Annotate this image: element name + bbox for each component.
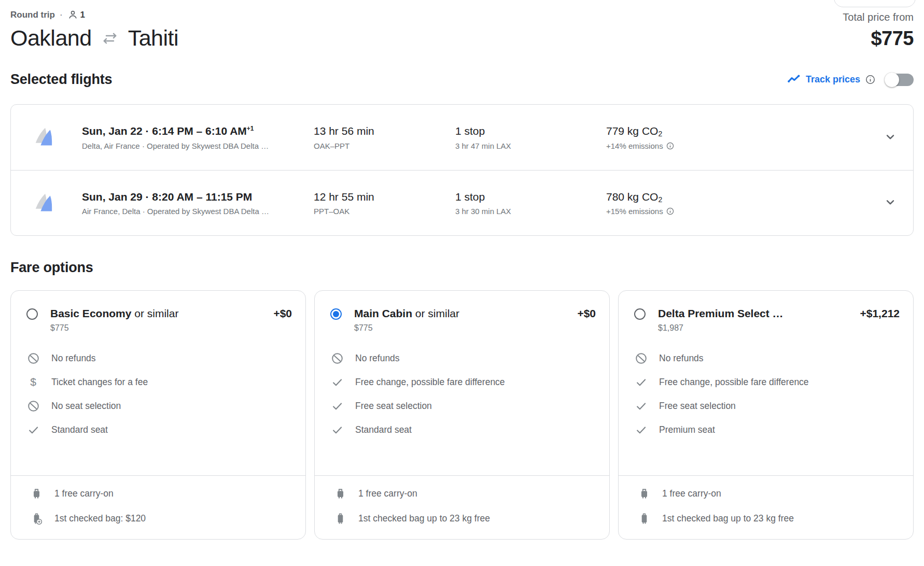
flight-emissions: +14% emissions: [606, 142, 782, 150]
fare-feature-list: No refunds Free change, possible fare di…: [619, 351, 913, 436]
fare-baggage-text: 1st checked bag: $120: [54, 513, 146, 524]
fare-feature-text: No seat selection: [51, 401, 121, 412]
flight-main-info: Sun, Jan 29 · 8:20 AM – 11:15 PM Air Fra…: [82, 190, 314, 216]
destination-city: Tahiti: [128, 25, 178, 51]
fare-feature-row: No refunds: [26, 351, 293, 365]
trip-meta: Round trip · 1: [10, 9, 178, 20]
track-prices-info-icon[interactable]: [865, 75, 875, 84]
check-icon: [634, 399, 648, 413]
flight-row[interactable]: Sun, Jan 22 · 6:14 PM – 6:10 AM+1 Delta,…: [11, 105, 913, 170]
total-price-label: Total price from: [843, 11, 914, 23]
not-allowed-icon: [330, 351, 344, 365]
fare-price-delta: +$1,212: [860, 307, 900, 320]
check-icon: [634, 375, 648, 389]
fare-name-block: Basic Economy or similar $775: [50, 307, 267, 333]
fare-feature-row: Free seat selection: [634, 399, 901, 413]
fare-baggage-row: 1st checked bag up to 23 kg free: [333, 511, 597, 526]
flight-date-times: Sun, Jan 22 · 6:14 PM – 6:10 AM+1: [82, 124, 314, 137]
passenger-group: 1: [67, 9, 85, 20]
expand-flight-button[interactable]: [879, 191, 901, 215]
person-icon: [67, 9, 78, 20]
fare-card[interactable]: Basic Economy or similar $775 +$0 No ref…: [10, 290, 306, 540]
fare-feature-text: No refunds: [51, 353, 96, 364]
check-icon: [330, 423, 344, 436]
track-prices-toggle[interactable]: [885, 73, 914, 87]
fare-feature-text: Ticket changes for a fee: [51, 377, 148, 388]
fare-feature-row: No refunds: [634, 351, 901, 365]
flight-route: OAK–PPT: [314, 142, 455, 150]
fare-feature-text: Free change, possible fare difference: [355, 377, 505, 388]
fare-baggage-row: 1st checked bag: $120: [30, 511, 293, 526]
fare-feature-row: Standard seat: [26, 423, 293, 436]
origin-city: Oakland: [10, 25, 92, 51]
fare-options-grid: Basic Economy or similar $775 +$0 No ref…: [10, 290, 914, 540]
fare-feature-row: Standard seat: [330, 423, 597, 436]
fare-feature-row: Premium seat: [634, 423, 901, 436]
fare-feature-text: Free change, possible fare difference: [659, 377, 809, 388]
trip-type-label: Round trip: [10, 10, 55, 20]
fare-card-header[interactable]: Main Cabin or similar $775 +$0: [315, 291, 609, 333]
fare-baggage-list: 1 free carry-on 1st checked bag up to 23…: [315, 476, 609, 539]
fare-feature-row: Free seat selection: [330, 399, 597, 413]
flight-stops-col: 1 stop 3 hr 30 min LAX: [455, 190, 606, 216]
flight-layover: 3 hr 47 min LAX: [455, 142, 606, 150]
fare-feature-row: No seat selection: [26, 399, 293, 413]
fare-feature-text: Free seat selection: [355, 401, 432, 412]
cutoff-pill-button[interactable]: [834, 0, 916, 7]
flight-duration: 12 hr 55 min: [314, 190, 455, 203]
fare-card-header[interactable]: Delta Premium Select … $1,987 +$1,212: [619, 291, 913, 333]
fare-baggage-text: 1 free carry-on: [358, 488, 417, 499]
fare-feature-list: No refunds Free change, possible fare di…: [315, 351, 609, 436]
check-icon: [330, 375, 344, 389]
fare-price: $1,987: [658, 323, 854, 333]
fare-feature-text: Standard seat: [355, 425, 412, 435]
fare-feature-text: No refunds: [659, 353, 704, 364]
expand-flight-button[interactable]: [879, 126, 901, 149]
not-allowed-icon: [634, 351, 648, 365]
flight-duration-col: 12 hr 55 min PPT–OAK: [314, 190, 455, 216]
flight-duration: 13 hr 56 min: [314, 124, 455, 137]
flight-row[interactable]: Sun, Jan 29 · 8:20 AM – 11:15 PM Air Fra…: [11, 170, 913, 235]
fare-baggage-text: 1st checked bag up to 23 kg free: [662, 513, 794, 524]
fare-card[interactable]: Delta Premium Select … $1,987 +$1,212 No…: [618, 290, 914, 540]
fare-card-header[interactable]: Basic Economy or similar $775 +$0: [11, 291, 305, 333]
chevron-down-icon: [884, 195, 897, 210]
fee-dollar-icon: $: [26, 375, 40, 389]
price-summary: Total price from $775: [843, 9, 914, 50]
fare-name-block: Delta Premium Select … $1,987: [658, 307, 854, 333]
fare-feature-row: Free change, possible fare difference: [330, 375, 597, 389]
flight-main-info: Sun, Jan 22 · 6:14 PM – 6:10 AM+1 Delta,…: [82, 124, 314, 150]
flight-duration-col: 13 hr 56 min OAK–PPT: [314, 124, 455, 150]
track-prices-label[interactable]: Track prices: [806, 74, 860, 85]
separator-dot: ·: [60, 10, 63, 20]
fare-name-block: Main Cabin or similar $775: [354, 307, 571, 333]
airline-logo-icon: [11, 193, 82, 214]
flight-co2: 779 kg CO2: [606, 124, 782, 137]
checked-bag-fee-icon: [30, 511, 43, 526]
carry-on-icon: [30, 486, 43, 501]
carry-on-icon: [637, 486, 651, 501]
swap-arrows-icon: [101, 32, 119, 45]
fare-radio-button[interactable]: [26, 308, 38, 320]
fare-baggage-text: 1st checked bag up to 23 kg free: [358, 513, 490, 524]
toggle-knob[interactable]: [885, 73, 899, 87]
chevron-down-icon: [884, 130, 897, 145]
fare-radio-button[interactable]: [330, 308, 342, 320]
fare-baggage-row: 1 free carry-on: [637, 486, 901, 501]
fare-card[interactable]: Main Cabin or similar $775 +$0 No refund…: [314, 290, 610, 540]
fare-price: $775: [354, 323, 571, 333]
check-icon: [330, 399, 344, 413]
fare-feature-text: Premium seat: [659, 425, 715, 435]
flight-emissions-col: 780 kg CO2 +15% emissions: [606, 190, 782, 216]
fare-feature-text: Standard seat: [51, 425, 108, 435]
fare-feature-row: Free change, possible fare difference: [634, 375, 901, 389]
fare-radio-button[interactable]: [634, 308, 646, 320]
fare-name: Delta Premium Select …: [658, 307, 783, 319]
fare-baggage-text: 1 free carry-on: [54, 488, 114, 499]
carry-on-icon: [333, 486, 347, 501]
fare-baggage-row: 1 free carry-on: [333, 486, 597, 501]
flight-stops: 1 stop: [455, 124, 606, 137]
flight-co2: 780 kg CO2: [606, 190, 782, 203]
fare-name: Main Cabin or similar: [354, 307, 459, 319]
fare-feature-list: No refunds $ Ticket changes for a fee No…: [11, 351, 305, 436]
